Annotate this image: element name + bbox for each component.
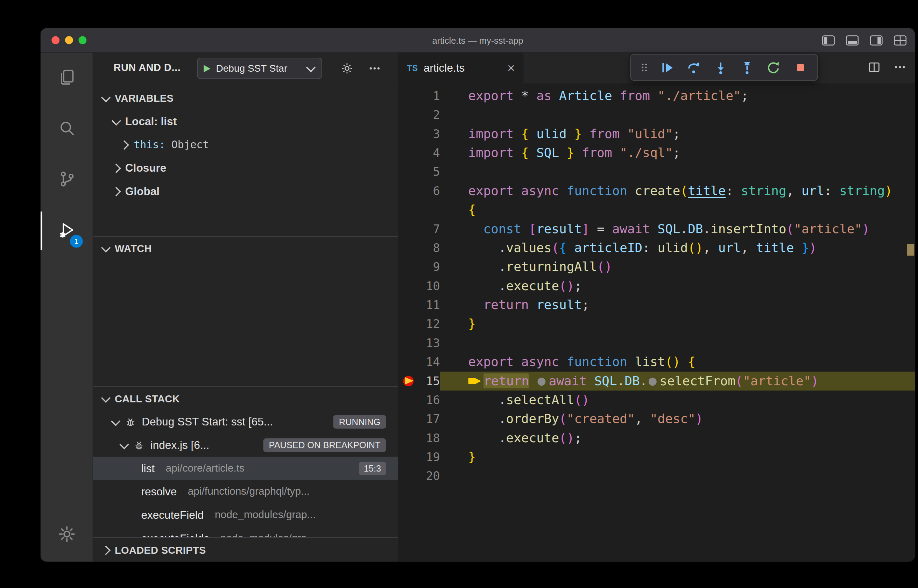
code-line[interactable]: 6export async function create(title: str…: [398, 181, 915, 200]
breakpoint-indicator[interactable]: [398, 372, 419, 391]
code-line[interactable]: 13: [398, 333, 915, 352]
debug-config-select[interactable]: Debug SST Star: [197, 58, 322, 79]
code-line[interactable]: 16 .selectAll(): [398, 391, 915, 409]
code-token: (: [735, 373, 743, 388]
glyph-margin[interactable]: [398, 353, 419, 372]
code-line[interactable]: 4import { SQL } from "./sql";: [398, 143, 915, 162]
more-actions-icon[interactable]: [894, 60, 907, 76]
code-token: export: [468, 183, 521, 198]
toggle-panel-icon[interactable]: [845, 34, 860, 46]
activity-search[interactable]: [40, 103, 93, 155]
glyph-margin[interactable]: [398, 315, 419, 333]
code-token: (): [559, 278, 574, 293]
toggle-primary-sidebar-icon[interactable]: [821, 34, 836, 46]
code-line-text: [440, 106, 915, 124]
code-line-text: [440, 333, 915, 352]
call-stack-section-header[interactable]: CALL STACK: [93, 387, 398, 410]
close-tab-icon[interactable]: ×: [507, 62, 515, 74]
variable-this-row[interactable]: this: Object: [93, 133, 398, 157]
step-into-button[interactable]: [707, 55, 733, 80]
code-line[interactable]: 8 .values({ articleID: ulid(), url, titl…: [398, 238, 915, 257]
start-debug-icon[interactable]: [204, 65, 210, 72]
code-line[interactable]: 1export * as Article from "./article";: [398, 86, 915, 105]
inline-breakpoint-dot-icon[interactable]: [538, 378, 546, 386]
overview-ruler[interactable]: [907, 84, 915, 562]
code-line[interactable]: 10 .execute();: [398, 276, 915, 296]
drag-handle-icon[interactable]: [635, 62, 654, 73]
restart-button[interactable]: [761, 55, 787, 80]
scope-local-row[interactable]: Local: list: [93, 110, 398, 133]
code-token: orderBy: [506, 412, 559, 426]
code-line[interactable]: 12}: [398, 315, 915, 333]
line-number: 8: [419, 238, 440, 257]
code-token: ): [809, 241, 817, 255]
glyph-margin[interactable]: [398, 106, 419, 124]
more-actions-icon[interactable]: [368, 61, 381, 75]
variables-section-header[interactable]: VARIABLES: [93, 86, 398, 110]
code-line[interactable]: 11 return result;: [398, 296, 915, 314]
call-stack-thread-row[interactable]: index.js [6... PAUSED ON BREAKPOINT: [93, 433, 398, 457]
glyph-margin[interactable]: [398, 410, 419, 428]
code-line[interactable]: 20: [398, 467, 915, 486]
code-line[interactable]: 9 .returningAll(): [398, 258, 915, 276]
glyph-margin[interactable]: [398, 124, 419, 143]
code-line[interactable]: 18 .execute();: [398, 428, 915, 447]
glyph-margin[interactable]: [398, 333, 419, 352]
customize-layout-icon[interactable]: [893, 34, 908, 46]
glyph-margin[interactable]: [398, 467, 419, 486]
stack-frame-row[interactable]: executeFields node_modules/gra...: [93, 527, 398, 537]
source-control-icon: [57, 170, 76, 191]
debug-settings-gear-icon[interactable]: [340, 61, 354, 75]
toggle-secondary-sidebar-icon[interactable]: [869, 34, 884, 46]
activity-explorer[interactable]: [40, 53, 93, 104]
glyph-margin[interactable]: [398, 238, 419, 257]
glyph-margin[interactable]: [398, 258, 419, 276]
call-stack-session-row[interactable]: Debug SST Start: sst [65... RUNNING: [93, 410, 398, 433]
code-line[interactable]: 5: [398, 163, 915, 181]
glyph-margin[interactable]: [398, 276, 419, 296]
code-token: Article: [559, 89, 620, 103]
glyph-margin[interactable]: [398, 181, 419, 200]
glyph-margin[interactable]: [398, 428, 419, 447]
code-line[interactable]: 15return await SQL.DB.selectFrom("articl…: [398, 372, 915, 391]
status-badge: RUNNING: [334, 415, 386, 428]
step-out-button[interactable]: [733, 55, 760, 80]
watch-section-header[interactable]: WATCH: [93, 237, 398, 260]
glyph-margin[interactable]: [398, 447, 419, 466]
code-line[interactable]: 7 const [result] = await SQL.DB.insertIn…: [398, 220, 915, 238]
code-line[interactable]: 2: [398, 106, 915, 124]
code-token: "created": [567, 412, 635, 426]
inline-breakpoint-dot-icon[interactable]: [649, 378, 657, 386]
continue-button[interactable]: [654, 55, 680, 80]
typescript-file-icon: TS: [407, 64, 418, 73]
glyph-margin[interactable]: [398, 220, 419, 238]
stack-frame-row[interactable]: resolve api/functions/graphql/typ...: [93, 480, 398, 503]
code-line-text: [440, 163, 915, 181]
activity-source-control[interactable]: [40, 155, 93, 205]
code-token: "article": [794, 221, 862, 236]
glyph-margin[interactable]: [398, 296, 419, 314]
scope-closure-row[interactable]: Closure: [93, 156, 398, 180]
glyph-margin[interactable]: [398, 163, 419, 181]
glyph-margin[interactable]: [398, 391, 419, 409]
window-body: 1 RUN AND D... Debug SST Star: [40, 53, 915, 562]
glyph-margin[interactable]: [398, 201, 419, 220]
activity-run-debug[interactable]: 1: [40, 205, 93, 257]
code-line[interactable]: 19}: [398, 447, 915, 466]
code-line[interactable]: {: [398, 201, 915, 220]
split-editor-icon[interactable]: [868, 60, 881, 76]
code-editor[interactable]: 1export * as Article from "./article";23…: [398, 84, 915, 562]
activity-settings[interactable]: [40, 510, 93, 561]
loaded-scripts-section-header[interactable]: LOADED SCRIPTS: [93, 537, 398, 562]
code-line[interactable]: 17 .orderBy("created", "desc"): [398, 410, 915, 428]
glyph-margin[interactable]: [398, 86, 419, 105]
stack-frame-row[interactable]: list api/core/article.ts 15:3: [93, 457, 398, 480]
stop-button[interactable]: [787, 55, 814, 80]
scope-global-row[interactable]: Global: [93, 180, 398, 203]
step-over-button[interactable]: [680, 55, 707, 80]
stack-frame-row[interactable]: executeField node_modules/grap...: [93, 503, 398, 527]
tab-article-ts[interactable]: TS article.ts ×: [398, 53, 523, 84]
glyph-margin[interactable]: [398, 143, 419, 162]
code-line[interactable]: 14export async function list() {: [398, 353, 915, 372]
code-line[interactable]: 3import { ulid } from "ulid";: [398, 124, 915, 143]
